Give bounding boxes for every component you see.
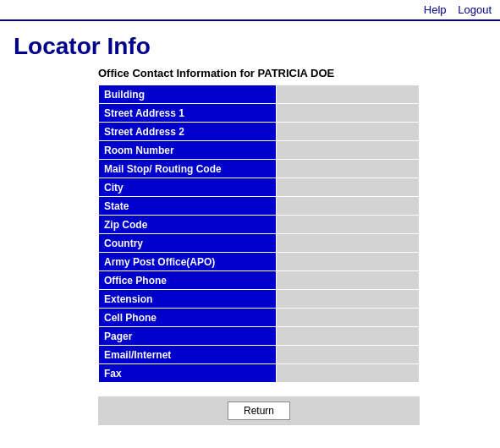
table-row: Building	[99, 85, 420, 104]
field-value-10	[276, 271, 419, 290]
field-label-9: Army Post Office(APO)	[99, 253, 277, 271]
field-label-3: Room Number	[99, 141, 277, 160]
table-row: City	[99, 178, 420, 197]
field-label-5: City	[99, 178, 277, 197]
table-row: Extension	[99, 290, 420, 309]
field-value-2	[276, 123, 419, 141]
field-value-8	[276, 234, 419, 253]
field-value-0	[276, 85, 419, 104]
field-value-6	[276, 197, 419, 216]
table-row: Office Phone	[99, 271, 420, 290]
help-link[interactable]: Help	[424, 3, 447, 16]
field-label-2: Street Address 2	[99, 123, 277, 141]
field-value-7	[276, 216, 419, 234]
table-row: State	[99, 197, 420, 216]
field-label-8: Country	[99, 234, 277, 253]
section-header: Office Contact Information for PATRICIA …	[98, 67, 486, 79]
logout-link[interactable]: Logout	[458, 3, 492, 16]
table-row: Army Post Office(APO)	[99, 253, 420, 271]
table-row: Fax	[99, 364, 420, 383]
page-title: Locator Info	[0, 21, 500, 67]
table-row: Mail Stop/ Routing Code	[99, 160, 420, 178]
field-label-0: Building	[99, 85, 277, 104]
table-row: Cell Phone	[99, 309, 420, 327]
table-row: Street Address 1	[99, 104, 420, 123]
field-value-12	[276, 309, 419, 327]
field-value-5	[276, 178, 419, 197]
table-row: Pager	[99, 327, 420, 346]
field-value-13	[276, 327, 419, 346]
field-label-13: Pager	[99, 327, 277, 346]
field-value-15	[276, 364, 419, 383]
table-row: Street Address 2	[99, 123, 420, 141]
content-area: Office Contact Information for PATRICIA …	[0, 67, 500, 439]
table-row: Email/Internet	[99, 346, 420, 364]
field-label-7: Zip Code	[99, 216, 277, 234]
field-label-12: Cell Phone	[99, 309, 277, 327]
field-label-4: Mail Stop/ Routing Code	[99, 160, 277, 178]
field-value-11	[276, 290, 419, 309]
return-button[interactable]: Return	[228, 402, 290, 420]
field-label-11: Extension	[99, 290, 277, 309]
table-row: Room Number	[99, 141, 420, 160]
button-row: Return	[98, 396, 420, 425]
field-value-3	[276, 141, 419, 160]
field-value-9	[276, 253, 419, 271]
field-label-1: Street Address 1	[99, 104, 277, 123]
table-row: Zip Code	[99, 216, 420, 234]
field-value-4	[276, 160, 419, 178]
field-label-6: State	[99, 197, 277, 216]
field-label-10: Office Phone	[99, 271, 277, 290]
top-bar: Help Logout	[0, 0, 500, 21]
field-label-14: Email/Internet	[99, 346, 277, 364]
field-value-1	[276, 104, 419, 123]
field-value-14	[276, 346, 419, 364]
info-table: BuildingStreet Address 1Street Address 2…	[98, 85, 420, 383]
table-row: Country	[99, 234, 420, 253]
field-label-15: Fax	[99, 364, 277, 383]
